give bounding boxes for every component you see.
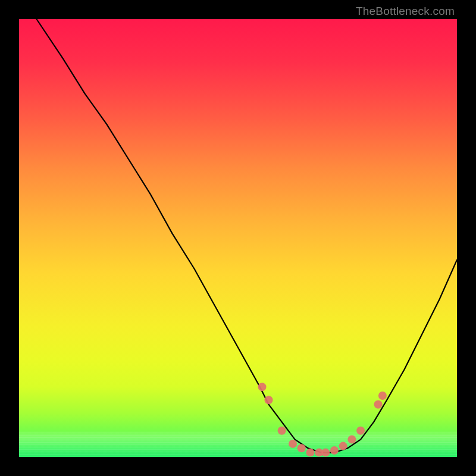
valley-marker [278, 427, 286, 435]
valley-marker [339, 442, 347, 450]
valley-marker [258, 383, 267, 391]
valley-marker [265, 396, 273, 404]
valley-markers-group [258, 383, 387, 456]
valley-marker [356, 427, 365, 435]
valley-marker [347, 436, 356, 444]
valley-marker [306, 449, 314, 457]
bottleneck-curve [36, 19, 457, 453]
watermark-text: TheBottleneck.com [356, 5, 455, 18]
valley-marker [330, 446, 339, 455]
valley-marker [298, 444, 306, 452]
valley-marker [321, 449, 330, 457]
chart-svg [19, 19, 457, 457]
valley-marker [374, 400, 383, 409]
plot-area [19, 19, 457, 457]
valley-marker [289, 440, 297, 448]
chart-stage: TheBottleneck.com [0, 0, 476, 476]
valley-marker [378, 392, 387, 400]
